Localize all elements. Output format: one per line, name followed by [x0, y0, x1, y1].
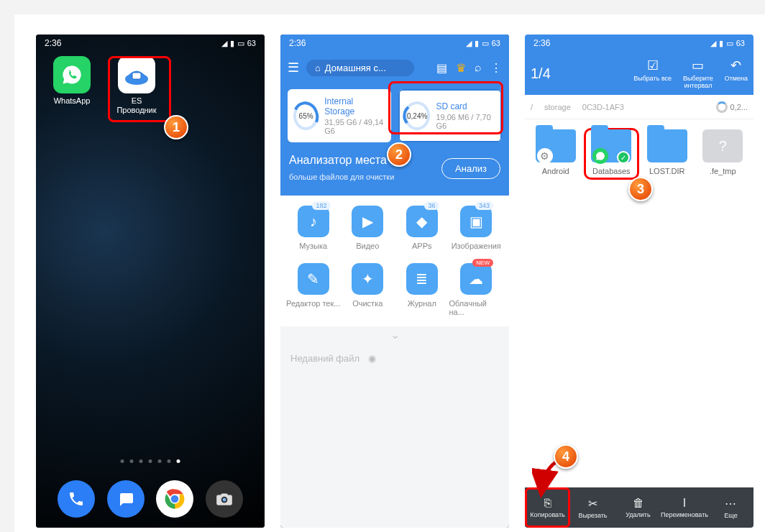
- dock-camera[interactable]: [206, 480, 243, 518]
- trash-icon: 🗑: [633, 497, 644, 510]
- cat-music[interactable]: 182♪Музыка: [286, 206, 341, 250]
- folder-icon: [647, 129, 687, 162]
- copy-icon: ⎘: [544, 497, 551, 510]
- cat-cleanup[interactable]: ✦Очистка: [341, 263, 395, 316]
- folder-databases[interactable]: ✓ Databases: [585, 129, 638, 178]
- folder-icon: ✓: [591, 129, 631, 162]
- step-badge-4: 4: [554, 444, 578, 469]
- dock: [36, 480, 265, 518]
- folder-android[interactable]: ⚙ Android: [529, 129, 582, 178]
- selection-count: 1/4: [531, 65, 551, 82]
- step-badge-1: 1: [164, 115, 188, 139]
- dock-chrome[interactable]: [156, 480, 193, 518]
- more-icon: ⋯: [725, 497, 736, 510]
- folder-fetmp[interactable]: ? .fe_tmp: [697, 129, 750, 178]
- step2-highlight: [388, 81, 503, 134]
- cloud-icon: ☁: [460, 263, 492, 295]
- status-time: 2:36: [45, 38, 61, 48]
- location-text: Домашняя с...: [325, 63, 386, 73]
- crown-icon[interactable]: ♛: [456, 61, 466, 75]
- more-icon[interactable]: ⋮: [490, 61, 502, 75]
- folder-lostdir[interactable]: LOST.DIR: [641, 129, 694, 178]
- signal-icon: ▮: [475, 39, 479, 48]
- apps-icon: ◆: [406, 206, 438, 237]
- phone-2-es-home: 2:36 ◢ ▮ ▭ 63 ☰ ⌂ Домашняя с... ▤ ♛ ⌕ ⋮: [280, 35, 509, 528]
- dock-phone[interactable]: [58, 480, 95, 518]
- internal-storage-card[interactable]: 65% Internal Storage 31,95 G6 / 49,14 G6: [288, 89, 391, 142]
- cat-texteditor[interactable]: ✎Редактор тек...: [286, 263, 341, 316]
- status-bar: 2:36 ◢ ▮ ▭ 63: [280, 35, 509, 52]
- signal-icon: ▮: [230, 39, 234, 48]
- cat-images[interactable]: 343▣Изображения: [449, 206, 504, 250]
- edit-icon: ✎: [298, 263, 329, 295]
- cat-apps[interactable]: 36◆APPs: [395, 206, 449, 250]
- analyze-button[interactable]: Анализ: [441, 158, 500, 179]
- battery-icon: ▭: [482, 39, 489, 48]
- rename-icon: I: [683, 497, 686, 510]
- status-bar: 2:36 ◢ ▮ ▭ 63: [525, 35, 753, 52]
- images-icon: ▣: [460, 206, 492, 237]
- selection-topbar: 1/4 ☑Выбрать все ▭Выберите интервал ↶Отм…: [525, 52, 753, 95]
- breadcrumb-segment[interactable]: /: [531, 103, 533, 111]
- wifi-icon: ◢: [466, 39, 472, 48]
- menu-icon[interactable]: ☰: [288, 60, 299, 75]
- free-space: 0,2...: [716, 101, 748, 113]
- breadcrumb-segment[interactable]: storage: [544, 103, 571, 111]
- search-icon[interactable]: ⌕: [475, 61, 482, 75]
- signal-icon: ▮: [719, 39, 723, 48]
- select-range-button[interactable]: ▭Выберите интервал: [683, 58, 713, 89]
- dock-messages[interactable]: [107, 480, 145, 518]
- es-topbar: ☰ ⌂ Домашняя с... ▤ ♛ ⌕ ⋮: [280, 52, 509, 83]
- cut-button[interactable]: ✂Вырезать: [570, 487, 615, 528]
- status-icons: ◢ ▮ ▭ 63: [710, 39, 745, 48]
- status-time: 2:36: [533, 38, 550, 48]
- recent-files-header: Недавний файл ◉: [280, 343, 509, 374]
- window-icon[interactable]: ▤: [436, 61, 447, 75]
- android-homescreen: 2:36 ◢ ▮ ▭ 63 WhatsApp: [36, 35, 265, 528]
- svg-point-6: [222, 498, 226, 502]
- storage-cards: 65% Internal Storage 31,95 G6 / 49,14 G6…: [280, 83, 509, 142]
- gear-icon: ⚙: [537, 148, 553, 164]
- check-icon: ✓: [617, 151, 630, 164]
- topbar-actions: ▤ ♛ ⌕ ⋮: [436, 61, 502, 75]
- cat-cloud[interactable]: NEW☁Облачный на...: [449, 263, 504, 316]
- whatsapp-icon: [53, 56, 91, 93]
- selection-actions: ☑Выбрать все ▭Выберите интервал ↶Отмена: [633, 58, 748, 89]
- folder-icon: ⚙: [536, 129, 576, 162]
- app-label: WhatsApp: [54, 96, 91, 106]
- whatsapp-icon: [592, 148, 608, 164]
- battery-icon: ▭: [237, 39, 244, 48]
- status-icons: ◢ ▮ ▭ 63: [466, 39, 500, 48]
- home-icon: ⌂: [315, 63, 321, 73]
- chevron-down-icon[interactable]: ⌄: [280, 326, 509, 343]
- phone-1-homescreen: 2:36 ◢ ▮ ▭ 63 WhatsApp: [36, 35, 265, 528]
- cat-journal[interactable]: ≣Журнал: [395, 263, 449, 316]
- status-icons: ◢ ▮ ▭ 63: [221, 39, 256, 48]
- phone-3-selection: 2:36 ◢ ▮ ▭ 63 1/4 ☑Выбрать все ▭Выберите…: [525, 35, 753, 528]
- checkbox-icon: ☑: [647, 58, 659, 73]
- wifi-icon: ◢: [221, 39, 227, 48]
- unknown-file-icon: ?: [702, 129, 743, 162]
- cat-video[interactable]: ▶Видео: [341, 206, 395, 250]
- rename-button[interactable]: IПереименовать: [661, 487, 708, 528]
- category-grid: 182♪Музыка ▶Видео 36◆APPs 343▣Изображени…: [280, 196, 509, 326]
- select-all-button[interactable]: ☑Выбрать все: [633, 58, 672, 89]
- delete-button[interactable]: 🗑Удалить: [615, 487, 661, 528]
- breadcrumb[interactable]: / storage 0C3D-1AF3 0,2...: [525, 95, 753, 119]
- wifi-icon: ◢: [710, 39, 716, 48]
- es-explorer-body: ☰ ⌂ Домашняя с... ▤ ♛ ⌕ ⋮ 65% Internal S…: [280, 52, 509, 528]
- action-bottom-bar: ⎘Копировать ✂Вырезать 🗑Удалить IПереимен…: [525, 487, 753, 528]
- analyzer-subtitle: больше файлов для очистки: [289, 173, 394, 181]
- eye-icon[interactable]: ◉: [368, 353, 376, 364]
- tutorial-composite: 2:36 ◢ ▮ ▭ 63 WhatsApp: [14, 14, 765, 532]
- app-whatsapp[interactable]: WhatsApp: [49, 56, 95, 115]
- cancel-button[interactable]: ↶Отмена: [725, 58, 748, 89]
- page-indicator: [121, 459, 180, 463]
- more-button[interactable]: ⋯Еще: [708, 487, 753, 528]
- location-chip[interactable]: ⌂ Домашняя с...: [306, 60, 414, 76]
- range-icon: ▭: [692, 58, 704, 73]
- status-time: 2:36: [289, 38, 306, 48]
- breadcrumb-segment[interactable]: 0C3D-1AF3: [582, 103, 624, 111]
- step-badge-2: 2: [387, 142, 411, 167]
- copy-button[interactable]: ⎘Копировать: [525, 487, 570, 528]
